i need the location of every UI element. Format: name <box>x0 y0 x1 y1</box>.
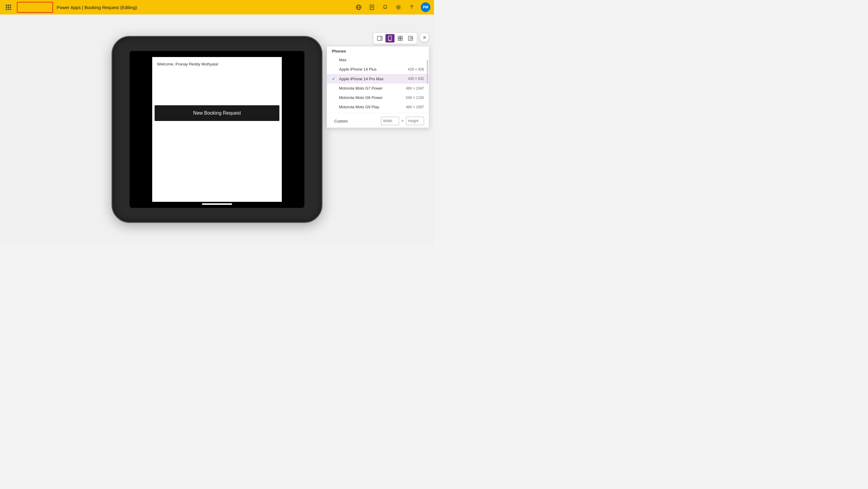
user-avatar[interactable]: PM <box>421 2 430 12</box>
new-booking-button[interactable]: New Booking Request <box>155 105 279 121</box>
item-size-motog8: 540 × 1150 <box>406 96 424 100</box>
dropdown-scroll-thumb <box>427 60 428 84</box>
item-name-motog7: Motorola Moto G7 Power <box>339 86 404 90</box>
svg-rect-23 <box>401 36 402 38</box>
device-frame: Welcome, Pranay Reddy Muthyala! New Book… <box>112 36 322 223</box>
check-icon-iphone14promax: ✓ <box>332 76 337 81</box>
dropdown-custom-row: Custom × <box>327 114 429 127</box>
badge-icon[interactable] <box>368 3 376 11</box>
dropdown-item-iphone14promax[interactable]: ✓ Apple iPhone 14 Pro Max 430 × 932 <box>327 74 429 84</box>
bell-icon[interactable] <box>381 3 390 11</box>
svg-rect-1 <box>8 4 9 6</box>
item-size-iphone14plus: 428 × 926 <box>408 67 424 71</box>
dropdown-scrollbar[interactable] <box>427 59 428 127</box>
svg-rect-3 <box>6 7 7 8</box>
custom-width-input[interactable] <box>381 117 399 125</box>
topbar-right: ? PM <box>354 2 430 12</box>
item-size-iphone14promax: 430 × 932 <box>408 77 424 81</box>
layout-view-button[interactable] <box>406 34 415 42</box>
svg-rect-6 <box>6 9 7 10</box>
item-name-iphone14promax: Apple iPhone 14 Pro Max <box>339 77 405 81</box>
gear-icon[interactable] <box>394 3 403 11</box>
svg-rect-0 <box>6 4 7 6</box>
dropdown-section-header: Phones <box>327 47 429 55</box>
item-name-iphone14plus: Apple iPhone 14 Plus <box>339 67 405 71</box>
svg-rect-8 <box>10 9 11 10</box>
item-name-motog8: Motorola Moto G8 Power <box>339 95 404 100</box>
custom-label: Custom <box>334 119 378 123</box>
canvas-area: Welcome, Pranay Reddy Muthyala! New Book… <box>0 15 434 244</box>
svg-rect-24 <box>398 38 400 40</box>
svg-rect-4 <box>8 7 9 8</box>
globe-icon[interactable] <box>354 3 363 11</box>
grid-view-button[interactable] <box>396 34 405 42</box>
home-indicator <box>202 203 232 205</box>
svg-rect-25 <box>401 38 402 40</box>
phone-view-button[interactable] <box>385 34 395 42</box>
logo-area <box>17 2 53 13</box>
item-size-motog9: 480 × 1067 <box>406 105 424 109</box>
custom-separator: × <box>401 119 404 123</box>
svg-point-17 <box>398 6 399 8</box>
device-dropdown-panel: Phones Max Apple iPhone 14 Plus 428 × 92… <box>327 46 429 128</box>
svg-rect-22 <box>398 36 400 38</box>
dropdown-item-motog9[interactable]: Motorola Moto G9 Play 480 × 1067 <box>327 102 429 112</box>
waffle-menu-button[interactable] <box>4 2 13 12</box>
help-icon[interactable]: ? <box>407 3 416 11</box>
device-screen: Welcome, Pranay Reddy Muthyala! New Book… <box>152 57 282 202</box>
topbar: Power Apps | Booking Request (Editing) <box>0 0 434 15</box>
item-name-motog9: Motorola Moto G9 Play <box>339 105 404 109</box>
device-toolbar-buttons <box>373 33 417 44</box>
welcome-text: Welcome, Pranay Reddy Muthyala! <box>157 62 277 66</box>
close-button[interactable]: ✕ <box>420 33 429 42</box>
app-screen: Welcome, Pranay Reddy Muthyala! New Book… <box>152 57 282 202</box>
dropdown-item-max[interactable]: Max <box>327 55 429 64</box>
svg-rect-18 <box>377 36 382 40</box>
item-name-max: Max <box>339 58 422 62</box>
dropdown-item-motog8[interactable]: Motorola Moto G8 Power 540 × 1150 <box>327 93 429 102</box>
custom-height-input[interactable] <box>406 117 424 125</box>
dropdown-item-iphone14plus[interactable]: Apple iPhone 14 Plus 428 × 926 <box>327 64 429 74</box>
svg-rect-7 <box>8 9 9 10</box>
app-title: Power Apps | Booking Request (Editing) <box>57 5 137 10</box>
svg-rect-5 <box>10 7 11 8</box>
item-size-motog7: 480 × 1047 <box>406 86 424 90</box>
tablet-view-button[interactable] <box>375 34 384 42</box>
dropdown-item-motog7[interactable]: Motorola Moto G7 Power 480 × 1047 <box>327 84 429 93</box>
svg-rect-2 <box>10 4 11 6</box>
device-inner: Welcome, Pranay Reddy Muthyala! New Book… <box>130 51 304 208</box>
